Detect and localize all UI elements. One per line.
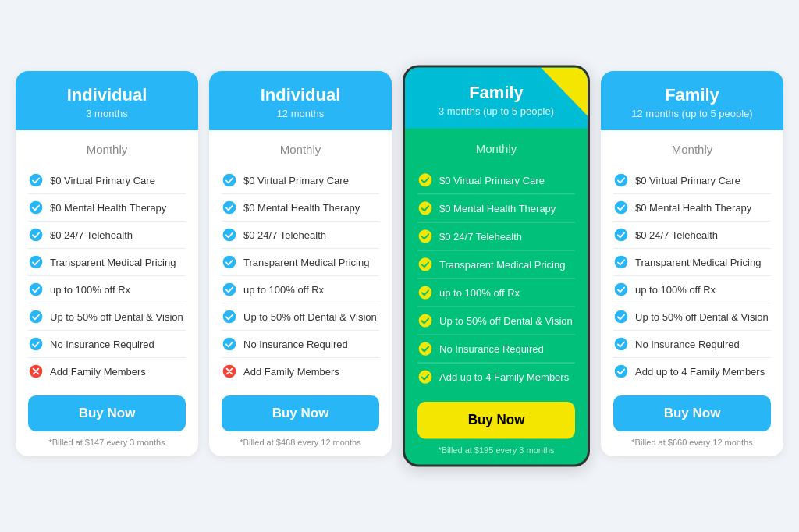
plan-card-individual-12: Individual12 monthsMonthly$0 Virtual Pri… <box>209 71 392 456</box>
plan-card-individual-3: Individual3 monthsMonthly$0 Virtual Prim… <box>16 71 198 456</box>
check-circle-icon <box>417 257 433 273</box>
svg-point-24 <box>615 174 628 187</box>
feature-text: up to 100% off Rx <box>439 286 520 298</box>
svg-point-29 <box>615 310 628 324</box>
svg-point-11 <box>223 256 236 269</box>
feature-text: Transparent Medical Pricing <box>243 257 369 268</box>
svg-point-3 <box>30 256 43 269</box>
feature-text: Transparent Medical Pricing <box>635 257 761 268</box>
feature-item: up to 100% off Rx <box>28 276 186 303</box>
feature-text: $0 Mental Health Therapy <box>243 202 360 214</box>
feature-item: $0 24/7 Telehealth <box>613 222 771 249</box>
feature-text: Transparent Medical Pricing <box>50 257 176 268</box>
plan-header-family-12: Family12 months (up to 5 people) <box>601 71 783 130</box>
check-circle-icon <box>613 227 629 243</box>
feature-text: Up to 50% off Dental & Vision <box>50 311 183 323</box>
svg-point-23 <box>419 371 432 384</box>
feature-item: Transparent Medical Pricing <box>28 249 186 276</box>
features-list: $0 Virtual Primary Care$0 Mental Health … <box>417 166 575 390</box>
feature-text: Add Family Members <box>243 366 339 378</box>
feature-item: $0 Virtual Primary Care <box>417 166 575 194</box>
plan-header-individual-3: Individual3 months <box>16 71 198 130</box>
check-circle-icon <box>28 227 44 243</box>
check-circle-icon <box>417 229 433 245</box>
svg-point-4 <box>30 283 43 296</box>
check-circle-icon <box>222 282 237 297</box>
feature-item: Up to 50% off Dental & Vision <box>28 303 186 331</box>
check-circle-icon <box>417 172 433 188</box>
svg-point-30 <box>615 338 628 351</box>
check-circle-icon <box>28 254 44 270</box>
feature-item: $0 Mental Health Therapy <box>222 194 379 222</box>
feature-item: No Insurance Required <box>417 335 575 364</box>
feature-item: $0 Virtual Primary Care <box>613 167 771 194</box>
check-circle-icon <box>28 336 44 352</box>
buy-now-button-family-3[interactable]: Buy Now <box>417 402 575 438</box>
check-circle-icon <box>613 309 629 325</box>
svg-point-31 <box>615 365 628 378</box>
feature-text: $0 Virtual Primary Care <box>439 174 545 186</box>
feature-item: $0 Virtual Primary Care <box>28 167 186 194</box>
check-circle-icon <box>613 364 629 379</box>
svg-point-13 <box>223 310 236 324</box>
plan-header-individual-12: Individual12 months <box>209 71 392 130</box>
feature-item: Up to 50% off Dental & Vision <box>222 303 379 331</box>
feature-item: Add up to 4 Family Members <box>613 358 771 385</box>
feature-text: up to 100% off Rx <box>50 284 130 296</box>
plan-body-family-12: Monthly$0 Virtual Primary Care$0 Mental … <box>601 130 783 456</box>
feature-item: up to 100% off Rx <box>222 276 379 303</box>
svg-point-1 <box>30 201 43 215</box>
feature-item: Up to 50% off Dental & Vision <box>417 307 575 335</box>
svg-point-19 <box>419 257 432 271</box>
svg-point-26 <box>615 229 628 242</box>
svg-point-2 <box>30 229 43 242</box>
check-circle-icon <box>222 227 237 243</box>
buy-now-button-family-12[interactable]: Buy Now <box>613 395 771 431</box>
check-circle-icon <box>613 200 629 215</box>
check-circle-icon <box>28 282 44 297</box>
pricing-container: Individual3 monthsMonthly$0 Virtual Prim… <box>16 71 783 461</box>
features-list: $0 Virtual Primary Care$0 Mental Health … <box>613 167 771 385</box>
check-circle-icon <box>222 336 237 352</box>
check-circle-icon <box>417 313 433 329</box>
buy-now-button-individual-3[interactable]: Buy Now <box>28 395 186 431</box>
billing-note: *Billed at $660 every 12 months <box>613 438 771 447</box>
billing-note: *Billed at $468 every 12 months <box>222 438 379 447</box>
feature-text: $0 24/7 Telehealth <box>635 229 718 241</box>
feature-item: No Insurance Required <box>28 331 186 358</box>
check-circle-icon <box>28 200 44 215</box>
price-label: Monthly <box>417 141 575 155</box>
check-circle-icon <box>222 254 237 270</box>
feature-text: $0 24/7 Telehealth <box>439 230 522 242</box>
feature-text: $0 24/7 Telehealth <box>243 229 326 241</box>
feature-text: No Insurance Required <box>635 339 740 350</box>
buy-now-button-individual-12[interactable]: Buy Now <box>222 395 379 431</box>
plan-subtitle: 12 months <box>218 108 382 119</box>
billing-note: *Billed at $195 every 3 months <box>417 445 575 455</box>
billing-note: *Billed at $147 every 3 months <box>28 438 186 447</box>
plan-title: Family <box>610 85 774 105</box>
plan-body-family-3: Monthly$0 Virtual Primary Care$0 Mental … <box>405 129 588 465</box>
feature-text: Add up to 4 Family Members <box>635 366 765 378</box>
feature-text: Up to 50% off Dental & Vision <box>243 311 377 323</box>
check-circle-icon <box>222 200 237 215</box>
feature-text: No Insurance Required <box>50 339 154 350</box>
plan-body-individual-3: Monthly$0 Virtual Primary Care$0 Mental … <box>16 130 198 456</box>
check-circle-icon <box>28 309 44 325</box>
price-label: Monthly <box>222 143 379 156</box>
feature-text: $0 24/7 Telehealth <box>50 229 133 241</box>
svg-point-25 <box>615 201 628 215</box>
check-circle-icon <box>417 341 433 357</box>
check-circle-icon <box>28 172 44 188</box>
feature-text: $0 Mental Health Therapy <box>50 202 166 214</box>
feature-item: Transparent Medical Pricing <box>613 249 771 276</box>
feature-item: Add up to 4 Family Members <box>417 364 575 391</box>
svg-point-14 <box>223 338 236 351</box>
feature-item: $0 24/7 Telehealth <box>222 222 379 249</box>
featured-ribbon <box>541 68 588 116</box>
x-circle-icon <box>222 364 237 379</box>
price-label: Monthly <box>28 143 186 156</box>
plan-title: Individual <box>218 85 382 105</box>
feature-text: Up to 50% off Dental & Vision <box>439 314 573 326</box>
feature-item: No Insurance Required <box>613 331 771 358</box>
